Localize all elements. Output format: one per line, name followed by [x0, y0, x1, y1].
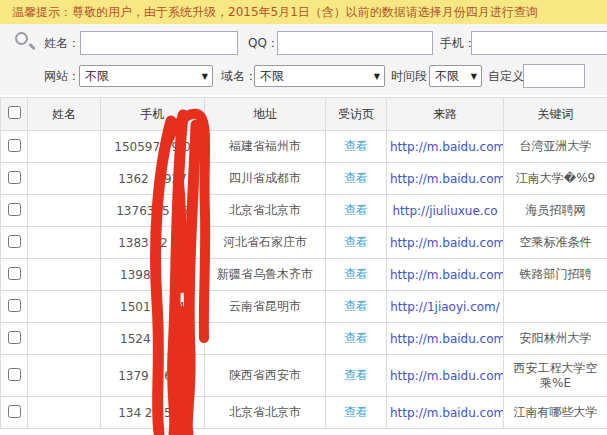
site-select-value: 不限: [85, 69, 109, 83]
cell-keyword: 铁路部门招聘: [504, 259, 607, 291]
cell-address: 四川省成都市: [205, 163, 326, 195]
view-link[interactable]: 查看: [344, 405, 368, 419]
view-link[interactable]: 查看: [344, 203, 368, 217]
referrer-link[interactable]: http://m.baidu.com/: [390, 172, 504, 186]
qq-input[interactable]: [277, 31, 433, 55]
cell-address: [205, 323, 326, 355]
cell-address: 北京省北京市: [205, 195, 326, 227]
cell-phone: 1362 927: [101, 163, 205, 195]
cell-address: 陕西省西安市: [205, 355, 326, 397]
header-name: 姓名: [28, 98, 101, 131]
name-input[interactable]: [80, 31, 238, 55]
cell-phone: 13763 5 55: [101, 195, 205, 227]
row-checkbox[interactable]: [8, 331, 21, 344]
results-table: 姓名 手机 地址 受访页 来路 关键词 1505979 9 0 福建省福州市 查…: [0, 97, 607, 429]
cell-name: [28, 355, 101, 397]
table-row: 1501 14 云南省昆明市 查看 http://1jiaoyi.com/: [1, 291, 607, 323]
row-checkbox[interactable]: [8, 235, 21, 248]
table-row: 1398 10 新疆省乌鲁木齐市 查看 http://m.baidu.com/ …: [1, 259, 607, 291]
cell-phone: 1524 94: [101, 323, 205, 355]
name-label: 姓名：: [44, 31, 80, 55]
custom-input[interactable]: [523, 64, 585, 88]
chevron-down-icon: ▼: [202, 73, 208, 81]
cell-address: 云南省昆明市: [205, 291, 326, 323]
cell-address: 河北省石家庄市: [205, 227, 326, 259]
domain-select[interactable]: 不限 ▼: [254, 65, 385, 87]
table-header-row: 姓名 手机 地址 受访页 来路 关键词: [1, 98, 607, 131]
system-notice-bar: 温馨提示：尊敬的用户，由于系统升级，2015年5月1日（含）以前的数据请选择月份…: [0, 0, 607, 24]
header-address: 地址: [205, 98, 326, 131]
phone-input[interactable]: [471, 31, 607, 55]
domain-select-value: 不限: [260, 69, 284, 83]
search-icon-lens: [15, 32, 28, 45]
cell-keyword: 空乘标准条件: [504, 227, 607, 259]
referrer-link[interactable]: http://1jiaoyi.com/: [390, 300, 500, 314]
referrer-link[interactable]: http://m.baidu.com/: [390, 236, 504, 250]
row-checkbox[interactable]: [8, 405, 21, 418]
referrer-link[interactable]: http://m.baidu.com/: [390, 369, 504, 383]
cell-address: 北京省北京市: [205, 397, 326, 429]
chevron-down-icon: ▼: [374, 73, 380, 81]
referrer-link[interactable]: http://m.baidu.com/: [390, 268, 504, 282]
referrer-link[interactable]: http://m.baidu.com/: [390, 332, 504, 346]
row-checkbox[interactable]: [8, 299, 21, 312]
period-select-value: 不限: [435, 69, 459, 83]
cell-keyword: 江南大学�%9: [504, 163, 607, 195]
cell-keyword: 海员招聘网: [504, 195, 607, 227]
cell-phone: 1379 627: [101, 355, 205, 397]
referrer-link[interactable]: http://m.baidu.com/: [390, 406, 504, 420]
table-row: 13763 5 55 北京省北京市 查看 http://jiuliuxue.co…: [1, 195, 607, 227]
row-checkbox[interactable]: [8, 171, 21, 184]
select-all-checkbox[interactable]: [8, 106, 21, 119]
table-row: 134 2 553 北京省北京市 查看 http://m.baidu.com/ …: [1, 397, 607, 429]
row-checkbox[interactable]: [8, 139, 21, 152]
cell-name: [28, 163, 101, 195]
cell-name: [28, 397, 101, 429]
view-link[interactable]: 查看: [344, 139, 368, 153]
site-select[interactable]: 不限 ▼: [79, 65, 213, 87]
cell-name: [28, 323, 101, 355]
view-link[interactable]: 查看: [344, 299, 368, 313]
header-keyword: 关键词: [504, 98, 607, 131]
select-all-cell: [1, 98, 28, 131]
site-label: 网站：: [44, 64, 80, 88]
table-row: 1383 2 47 河北省石家庄市 查看 http://m.baidu.com/…: [1, 227, 607, 259]
table-row: 1362 927 四川省成都市 查看 http://m.baidu.com/ 江…: [1, 163, 607, 195]
cell-name: [28, 131, 101, 163]
chevron-down-icon: ▼: [471, 73, 477, 81]
row-checkbox[interactable]: [8, 368, 21, 381]
cell-name: [28, 291, 101, 323]
row-checkbox[interactable]: [8, 267, 21, 280]
cell-keyword: 安阳林州大学: [504, 323, 607, 355]
header-referrer: 来路: [387, 98, 504, 131]
cell-phone: 1501 14: [101, 291, 205, 323]
header-visited-page: 受访页: [326, 98, 387, 131]
domain-label: 域名：: [221, 64, 257, 88]
period-select[interactable]: 不限 ▼: [429, 65, 482, 87]
search-icon-handle: [28, 43, 36, 51]
cell-phone: 1398 10: [101, 259, 205, 291]
cell-address: 福建省福州市: [205, 131, 326, 163]
cell-keyword: 西安工程大学空乘%E: [504, 355, 607, 397]
cell-keyword: 江南有哪些大学: [504, 397, 607, 429]
view-link[interactable]: 查看: [344, 171, 368, 185]
cell-name: [28, 259, 101, 291]
search-filter-panel: 姓名： QQ： 手机： 网站： 不限 ▼ 域名： 不限 ▼ 时间段： 不限 ▼ …: [0, 24, 607, 95]
table-row: 1379 627 陕西省西安市 查看 http://m.baidu.com/ 西…: [1, 355, 607, 397]
view-link[interactable]: 查看: [344, 331, 368, 345]
cell-name: [28, 227, 101, 259]
view-link[interactable]: 查看: [344, 267, 368, 281]
referrer-link[interactable]: http://m.baidu.com/: [390, 140, 504, 154]
table-row: 1524 94 查看 http://m.baidu.com/ 安阳林州大学: [1, 323, 607, 355]
cell-phone: 1383 2 47: [101, 227, 205, 259]
row-checkbox[interactable]: [8, 203, 21, 216]
cell-address: 新疆省乌鲁木齐市: [205, 259, 326, 291]
view-link[interactable]: 查看: [344, 235, 368, 249]
view-link[interactable]: 查看: [344, 368, 368, 382]
cell-keyword: 台湾亚洲大学: [504, 131, 607, 163]
header-phone: 手机: [101, 98, 205, 131]
table-row: 1505979 9 0 福建省福州市 查看 http://m.baidu.com…: [1, 131, 607, 163]
cell-keyword: [504, 291, 607, 323]
referrer-link[interactable]: http://jiuliuxue.co: [392, 204, 497, 218]
qq-label: QQ：: [248, 31, 279, 55]
